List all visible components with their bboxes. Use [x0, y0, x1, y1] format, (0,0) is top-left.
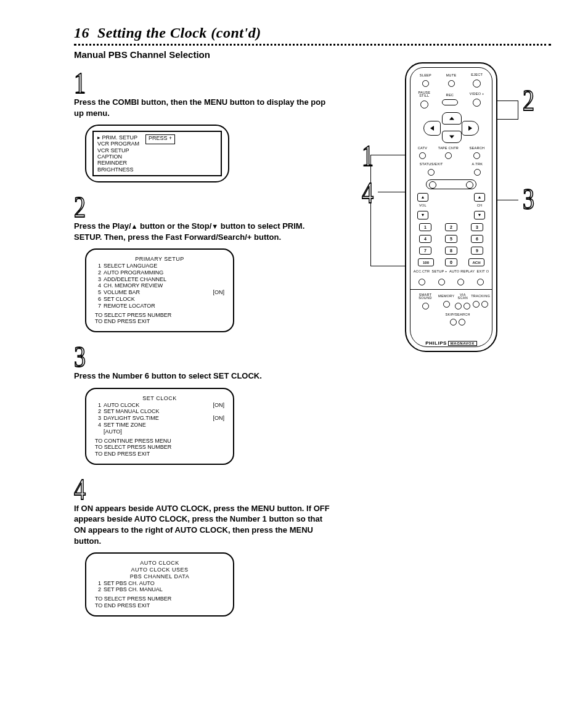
page-title-text: Setting the Clock (cont'd) — [97, 25, 261, 41]
pause-button[interactable] — [420, 100, 428, 109]
step-1-text: Press the COMBI button, then the MENU bu… — [74, 97, 333, 118]
key-2[interactable]: 2 — [445, 223, 457, 231]
osd1-menu-list: ▸ PRIM. SETUP VCR PROGRAM VCR SETUP CAPT… — [97, 134, 139, 173]
rec-button[interactable] — [442, 99, 458, 105]
setup-button[interactable] — [438, 279, 445, 285]
osd-screen-4: AUTO CLOCK AUTO CLOCK USES PBS CHANNEL D… — [85, 552, 234, 617]
vol-down-icon[interactable]: ▼ — [417, 211, 428, 219]
key-ach[interactable]: ACH — [468, 258, 484, 266]
key-3[interactable]: 3 — [471, 223, 483, 231]
nav-stop-button[interactable] — [442, 131, 462, 143]
key-0[interactable]: 0 — [445, 258, 457, 266]
video-plus-button[interactable] — [473, 99, 481, 107]
stop-down-icon — [211, 221, 218, 231]
key-6[interactable]: 6 — [471, 235, 483, 243]
callout-4: 4 — [362, 176, 374, 210]
smart-sound-button[interactable] — [422, 303, 429, 309]
nav-dpad — [423, 112, 479, 143]
callout-2: 2 — [523, 84, 534, 118]
catv-button[interactable] — [419, 152, 426, 159]
volume-rocker[interactable]: ▲ VOL ▼ — [418, 193, 428, 220]
callout-3: 3 — [523, 182, 534, 216]
auto-replay-button[interactable] — [457, 279, 464, 285]
osd-screen-3: SET CLOCK 1AUTO CLOCK[ON] 2SET MANUAL CL… — [85, 388, 234, 465]
key-9[interactable]: 9 — [471, 247, 483, 255]
leader-2v — [518, 100, 518, 119]
leader-1h — [370, 155, 405, 155]
tape-cntr-button[interactable] — [445, 152, 452, 159]
tracking-plus[interactable] — [481, 301, 488, 308]
step-1-number: 1 — [74, 68, 86, 98]
tracking-minus[interactable] — [473, 301, 480, 308]
search-button[interactable] — [473, 152, 480, 159]
remote-body: SLEEP MUTE EJECT PAUSESTILL REC VIDEO + — [405, 62, 497, 352]
key-1[interactable]: 1 — [419, 223, 431, 231]
leader-1v — [370, 155, 371, 266]
via-scan-minus[interactable] — [455, 303, 462, 309]
ch-down-icon[interactable]: ▼ — [474, 211, 485, 219]
sleep-button[interactable] — [422, 80, 429, 87]
shuttle-bar[interactable] — [426, 179, 476, 189]
leader-1h2 — [370, 266, 409, 266]
mute-button[interactable] — [448, 80, 455, 87]
memory-button[interactable] — [443, 301, 450, 308]
key-5[interactable]: 5 — [445, 235, 457, 243]
ch-up-icon[interactable]: ▲ — [474, 193, 485, 202]
callout-1: 1 — [362, 139, 374, 173]
eject-button[interactable] — [473, 80, 481, 88]
section-subhead: Manual PBS Channel Selection — [74, 49, 551, 60]
osd-screen-2: PRIMARY SETUP 1SELECT LANGUAGE 2AUTO PRO… — [85, 248, 234, 332]
nav-rewind-button[interactable] — [423, 121, 441, 136]
via-scan-plus[interactable] — [463, 303, 470, 309]
remote-divider — [410, 289, 492, 290]
acc-ctr-button[interactable] — [419, 279, 425, 285]
remote-brand: PHILIPSMAGNAVOX — [412, 340, 490, 346]
page-title: 16 Setting the Clock (cont'd) — [74, 25, 551, 41]
osd-screen-1: ▸ PRIM. SETUP VCR PROGRAM VCR SETUP CAPT… — [85, 125, 229, 182]
atrk-button[interactable] — [474, 169, 481, 176]
key-4[interactable]: 4 — [419, 235, 431, 243]
key-7[interactable]: 7 — [419, 247, 431, 255]
nav-ff-button[interactable] — [462, 121, 479, 136]
page-number: 16 — [74, 25, 89, 41]
leader-3 — [494, 200, 518, 200]
remote-control-figure: 1 4 2 3 SLEEP MUTE EJECT — [405, 62, 497, 626]
key-100[interactable]: 100 — [418, 258, 434, 266]
skip-back-button[interactable] — [450, 319, 457, 326]
skip-fwd-button[interactable] — [459, 319, 465, 326]
step-3-text: Press the Number 6 button to select SET … — [74, 371, 333, 382]
step-3-number: 3 — [74, 342, 86, 372]
osd1-press-plus: PRESS + — [145, 134, 175, 144]
leader-2b — [494, 119, 518, 120]
status-exit-button[interactable] — [428, 169, 435, 176]
step-4-number: 4 — [74, 475, 86, 504]
leader-2a — [494, 100, 518, 101]
dotted-rule — [74, 44, 551, 46]
step-2-text: Press the Play/ button or the Stop/ butt… — [74, 221, 333, 242]
play-up-icon — [131, 221, 138, 231]
step-2-number: 2 — [74, 192, 86, 222]
key-8[interactable]: 8 — [445, 247, 457, 255]
pause-label: PAUSESTILL — [418, 91, 430, 98]
vol-up-icon[interactable]: ▲ — [417, 193, 428, 202]
exit-o-button[interactable] — [477, 279, 484, 285]
nav-play-button[interactable] — [442, 112, 462, 125]
channel-rocker[interactable]: ▲ CH ▼ — [475, 193, 484, 220]
step-4-text: If ON appears beside AUTO CLOCK, press t… — [74, 503, 333, 546]
